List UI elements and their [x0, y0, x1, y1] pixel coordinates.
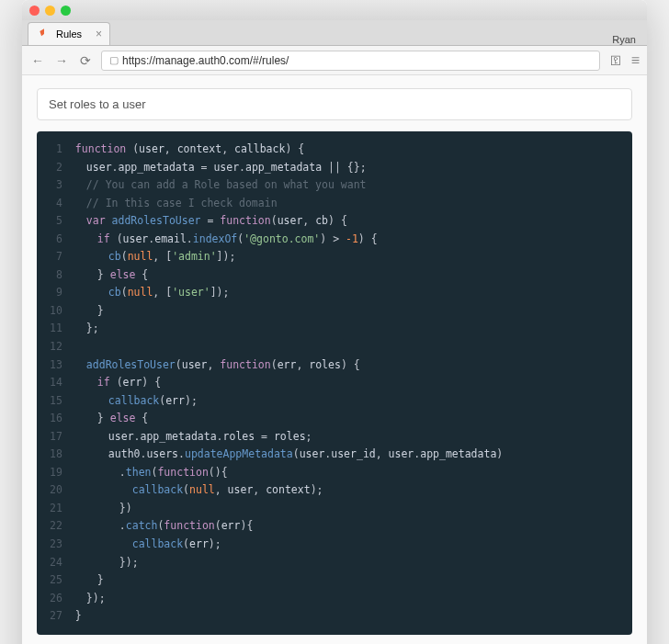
auth0-favicon: [38, 28, 51, 40]
reload-button[interactable]: ⟳: [77, 52, 94, 69]
browser-window: Rules × Ryan ← → ⟳ ▢ https://manage.auth…: [22, 0, 647, 644]
address-bar: ← → ⟳ ▢ https://manage.auth0.com/#/rules…: [22, 46, 647, 75]
close-tab-icon[interactable]: ×: [96, 28, 102, 40]
back-button[interactable]: ←: [29, 52, 46, 69]
user-badge: Ryan: [612, 34, 641, 45]
browser-tab[interactable]: Rules ×: [28, 22, 110, 45]
page-icon: ▢: [109, 54, 119, 66]
url-input[interactable]: ▢ https://manage.auth0.com/#/rules/: [101, 51, 600, 71]
url-text: https://manage.auth0.com/#/rules/: [122, 54, 289, 67]
close-window-button[interactable]: [29, 6, 40, 16]
code-body[interactable]: function (user, context, callback) {user…: [72, 131, 632, 635]
rule-name-input[interactable]: [37, 88, 632, 120]
hamburger-menu-icon[interactable]: ≡: [631, 52, 640, 69]
line-gutter: 1234567891011121314151617181920212223242…: [37, 131, 72, 635]
key-icon[interactable]: ⚿: [607, 52, 624, 69]
page-content: 1234567891011121314151617181920212223242…: [22, 75, 647, 644]
maximize-window-button[interactable]: [61, 6, 71, 16]
code-editor[interactable]: 1234567891011121314151617181920212223242…: [37, 131, 632, 635]
minimize-window-button[interactable]: [45, 6, 55, 16]
tab-title: Rules: [56, 28, 82, 40]
forward-button[interactable]: →: [53, 52, 70, 69]
tab-bar: Rules × Ryan: [22, 20, 647, 46]
titlebar: [22, 0, 647, 20]
window-controls: [29, 6, 71, 16]
